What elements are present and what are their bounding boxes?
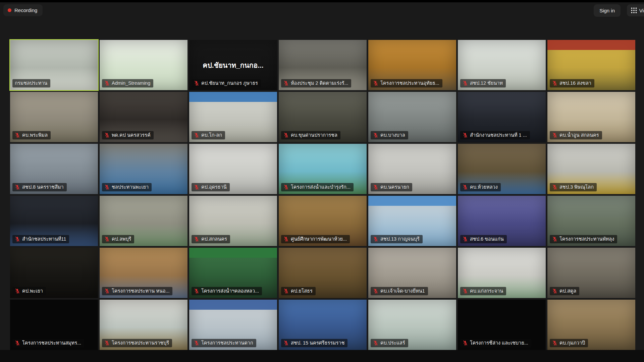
view-button-label: View bbox=[639, 8, 644, 13]
participant-label: ห้องประชุม 2 ติดตามเร่งรั... bbox=[281, 79, 351, 87]
participant-name: คป.ชัยนาท_กนกอร ภูษาธร bbox=[201, 80, 258, 86]
participant-label: สชป.13 กาญจนบุรี bbox=[371, 235, 423, 243]
participant-tile[interactable]: Admin_Streaming bbox=[100, 40, 187, 90]
participant-tile[interactable]: คบ.แก่งกระจาน bbox=[458, 248, 546, 298]
participant-label: สำนักงานชลประทานที่ 1 ... bbox=[460, 131, 530, 139]
participant-tile[interactable]: คบ.พระพิมล bbox=[10, 92, 98, 142]
participant-tile[interactable]: โครงการชลประทาน หนอ... bbox=[100, 248, 187, 298]
participant-tile[interactable]: ชลประทานพะเยา bbox=[100, 144, 187, 194]
participant-tile[interactable]: กรมชลประทาน bbox=[10, 40, 98, 90]
participant-tile[interactable]: คบ.นครนายก bbox=[368, 144, 456, 194]
participant-tile[interactable]: คบ.เจ้าเจ็ด-บางยี่หน1 bbox=[368, 248, 456, 298]
participant-tile[interactable]: ห้องประชุม 2 ติดตามเร่งรั... bbox=[279, 40, 367, 90]
mic-muted-icon bbox=[283, 340, 289, 346]
participant-tile[interactable]: สชป.6 ขอนแก่น bbox=[458, 196, 546, 246]
participant-tile[interactable]: สชป.12 ชัยนาท bbox=[458, 40, 546, 90]
participant-tile[interactable]: คบ.ประแสร์ bbox=[368, 300, 456, 350]
participant-label: คบ.นครนายก bbox=[371, 183, 412, 191]
participant-tile[interactable]: คบ.บางบาล bbox=[368, 92, 456, 142]
participant-name: คบ.นครนายก bbox=[380, 184, 409, 190]
participant-tile[interactable]: โครงการส่งน้ำและบำรุงรัก... bbox=[279, 144, 367, 194]
participant-tile[interactable]: ศูนย์ศึกษาการพัฒนาห้วย... bbox=[279, 196, 367, 246]
participant-tile[interactable]: โครงการชลประทานพัทลุง bbox=[547, 196, 635, 246]
participant-label: คป.ยโสธร bbox=[281, 287, 316, 295]
participant-name: พด.คป นครสวรรค์ bbox=[112, 132, 151, 138]
participant-tile[interactable]: คป.ชัยนาท_กนกอ... คป.ชัยนาท_กนกอร ภูษาธร bbox=[189, 40, 277, 90]
participant-tile[interactable]: คป.ลพบุรี bbox=[100, 196, 187, 246]
mic-muted-icon bbox=[552, 340, 557, 346]
participant-label: คบ.ขุนด่านปราการชล bbox=[281, 131, 340, 139]
participant-tile[interactable]: โครงการชลประทานตาก bbox=[189, 300, 277, 350]
mic-muted-icon bbox=[15, 340, 20, 346]
participant-label: โครงการชลประทานราชบุรี bbox=[102, 339, 172, 347]
participant-name: โครงการส่งน้ำและบำรุงรัก... bbox=[291, 184, 351, 190]
mic-muted-icon bbox=[552, 288, 557, 294]
participant-tile[interactable]: สชป.8 นครราชสีมา bbox=[10, 144, 98, 194]
mic-muted-icon bbox=[194, 132, 199, 138]
participant-tile[interactable]: สชป.16 สงขลา bbox=[547, 40, 635, 90]
participant-label: ชลประทานพะเยา bbox=[102, 183, 152, 191]
mic-muted-icon bbox=[194, 236, 199, 242]
participant-tile[interactable]: สำนักชลประทานที่11 bbox=[10, 196, 98, 246]
mic-muted-icon bbox=[463, 236, 468, 242]
participant-tile[interactable]: คป.พะเยา bbox=[10, 248, 98, 298]
mic-muted-icon bbox=[283, 132, 289, 138]
mic-muted-icon bbox=[194, 340, 199, 346]
participant-label: สชป.16 สงขลา bbox=[550, 79, 594, 87]
participant-name: โครงการส่งน้ำฯคลองหลว... bbox=[201, 288, 259, 294]
participant-tile[interactable]: โครงการส่งน้ำฯคลองหลว... bbox=[189, 248, 277, 298]
participant-tile[interactable]: คบ.น้ำอูน สกลนคร bbox=[547, 92, 635, 142]
room-banner bbox=[547, 40, 635, 50]
mic-muted-icon bbox=[552, 236, 557, 242]
participant-tile[interactable]: คป.ยโสธร bbox=[279, 248, 367, 298]
room-banner bbox=[189, 248, 277, 258]
mic-muted-icon bbox=[15, 288, 20, 294]
participant-tile[interactable]: โครงการชลประทานราชบุรี bbox=[100, 300, 187, 350]
participant-label: สำนักชลประทานที่11 bbox=[12, 235, 69, 243]
mic-muted-icon bbox=[373, 184, 378, 190]
view-button[interactable]: View bbox=[627, 4, 644, 16]
participant-name: สำนักชลประทานที่11 bbox=[22, 236, 66, 242]
participant-tile[interactable]: คป.สตูล bbox=[547, 248, 635, 298]
participant-tile[interactable]: คบ.ห้วยหลวง bbox=[458, 144, 546, 194]
participant-label: สชป.8 นครราชสีมา bbox=[12, 183, 67, 191]
participant-label: พด.คป นครสวรรค์ bbox=[102, 131, 154, 139]
participant-name: สชป.16 สงขลา bbox=[559, 80, 591, 86]
participant-name: ชลประทานพะเยา bbox=[112, 184, 149, 190]
mic-muted-icon bbox=[194, 288, 199, 294]
participant-label: โครงการชลประทานพัทลุง bbox=[550, 235, 617, 243]
participant-tile[interactable]: โครงการชลประทานสมุทร... bbox=[10, 300, 98, 350]
participant-tile[interactable]: พด.คป นครสวรรค์ bbox=[100, 92, 187, 142]
participant-tile[interactable]: คบ.ขุนด่านปราการชล bbox=[279, 92, 367, 142]
mic-muted-icon bbox=[15, 184, 20, 190]
mic-muted-icon bbox=[104, 80, 110, 86]
participant-label: คป.อุดรธานี bbox=[192, 183, 230, 191]
mic-muted-icon bbox=[194, 80, 199, 86]
participant-tile[interactable]: คป.อุดรธานี bbox=[189, 144, 277, 194]
participant-label: คบ.น้ำอูน สกลนคร bbox=[550, 131, 602, 139]
participant-tile[interactable]: คป.สกลนคร bbox=[189, 196, 277, 246]
participant-name: คป.ลพบุรี bbox=[112, 236, 131, 242]
room-banner bbox=[189, 300, 277, 310]
recording-label: Recording bbox=[14, 7, 37, 13]
participant-tile[interactable]: สชป.3 พิษณุโลก bbox=[547, 144, 635, 194]
participant-tile[interactable]: โครงการชีล่าง และเซบาย... bbox=[458, 300, 546, 350]
participant-tile[interactable]: สำนักงานชลประทานที่ 1 ... bbox=[458, 92, 546, 142]
participant-tile[interactable]: คบ.กุมภวาปี bbox=[547, 300, 635, 350]
participant-name: โครงการชลประทาน หนอ... bbox=[112, 288, 169, 294]
participant-name: คบ.เจ้าเจ็ด-บางยี่หน1 bbox=[380, 288, 425, 294]
mic-muted-icon bbox=[283, 288, 289, 294]
participant-tile[interactable]: สชป. 15 นครศรีธรรมราช bbox=[279, 300, 367, 350]
participant-label: โครงการส่งน้ำและบำรุงรัก... bbox=[281, 183, 354, 191]
room-banner bbox=[189, 92, 277, 102]
participant-tile[interactable]: โครงการชลประทานอุทัยธ... bbox=[368, 40, 456, 90]
mic-muted-icon bbox=[552, 132, 557, 138]
participant-label: คบ.ประแสร์ bbox=[371, 339, 408, 347]
participant-name: คบ.ประแสร์ bbox=[380, 340, 405, 346]
sign-in-button[interactable]: Sign in bbox=[594, 4, 621, 17]
mic-muted-icon bbox=[373, 80, 378, 86]
participant-tile[interactable]: สชป.13 กาญจนบุรี bbox=[368, 196, 456, 246]
participant-tile[interactable]: คบ.โก-ลก bbox=[189, 92, 277, 142]
participant-name: คป.อุดรธานี bbox=[201, 184, 227, 190]
participant-name: คบ.กุมภวาปี bbox=[559, 340, 585, 346]
